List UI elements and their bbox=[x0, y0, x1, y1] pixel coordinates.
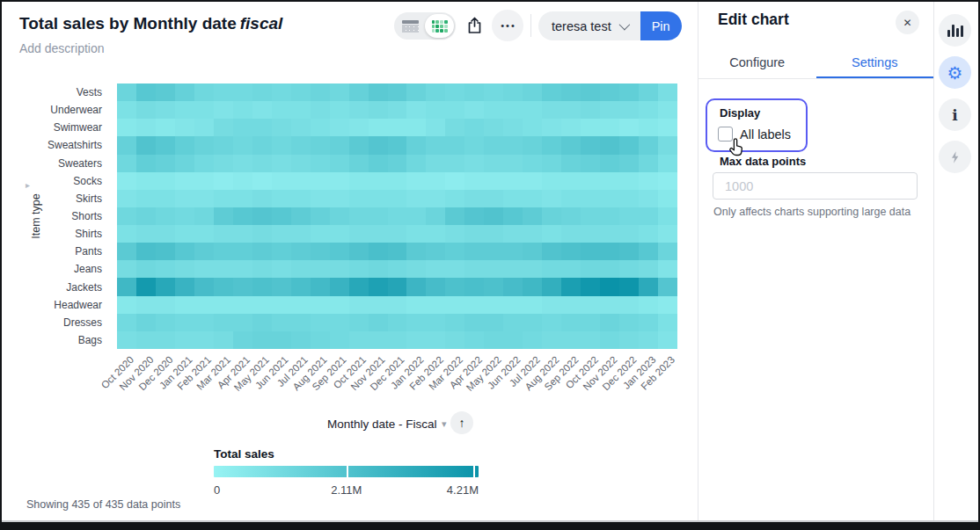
heatmap-cell[interactable] bbox=[272, 331, 291, 349]
heatmap-cell[interactable] bbox=[291, 119, 311, 136]
heatmap-cell[interactable] bbox=[175, 190, 194, 207]
heatmap-cell[interactable] bbox=[117, 83, 136, 101]
heatmap-cell[interactable] bbox=[369, 172, 388, 190]
heatmap-cell[interactable] bbox=[330, 278, 349, 295]
heatmap-cell[interactable] bbox=[581, 296, 600, 314]
heatmap-cell[interactable] bbox=[658, 207, 677, 225]
heatmap-cell[interactable] bbox=[233, 225, 252, 243]
heatmap-cell[interactable] bbox=[194, 260, 214, 278]
heatmap-cell[interactable] bbox=[639, 119, 658, 136]
heatmap-cell[interactable] bbox=[252, 314, 272, 331]
heatmap-cell[interactable] bbox=[214, 172, 233, 190]
heatmap-cell[interactable] bbox=[214, 314, 233, 331]
heatmap-cell[interactable] bbox=[581, 314, 600, 331]
heatmap-cell[interactable] bbox=[406, 136, 426, 154]
heatmap-cell[interactable] bbox=[406, 172, 426, 190]
heatmap-cell[interactable] bbox=[503, 136, 523, 154]
heatmap-cell[interactable] bbox=[619, 83, 639, 101]
heatmap-cell[interactable] bbox=[330, 172, 349, 190]
heatmap-cell[interactable] bbox=[561, 243, 581, 260]
heatmap-cell[interactable] bbox=[542, 225, 561, 243]
heatmap-cell[interactable] bbox=[311, 172, 330, 190]
heatmap-cell[interactable] bbox=[406, 83, 426, 101]
heatmap-cell[interactable] bbox=[542, 83, 561, 101]
heatmap-cell[interactable] bbox=[600, 172, 619, 190]
heatmap-cell[interactable] bbox=[619, 278, 639, 295]
heatmap-cell[interactable] bbox=[484, 225, 503, 243]
heatmap-cell[interactable] bbox=[658, 101, 677, 119]
heatmap-cell[interactable] bbox=[523, 190, 542, 207]
heatmap-cell[interactable] bbox=[214, 83, 233, 101]
heatmap-cell[interactable] bbox=[349, 331, 369, 349]
heatmap-cell[interactable] bbox=[369, 207, 388, 225]
heatmap-cell[interactable] bbox=[330, 207, 349, 225]
heatmap-cell[interactable] bbox=[561, 296, 581, 314]
heatmap-cell[interactable] bbox=[233, 136, 252, 154]
heatmap-cell[interactable] bbox=[291, 136, 311, 154]
heatmap-cell[interactable] bbox=[349, 136, 369, 154]
heatmap-cell[interactable] bbox=[523, 83, 542, 101]
heatmap-cell[interactable] bbox=[330, 243, 349, 260]
heatmap-cell[interactable] bbox=[349, 278, 369, 295]
heatmap-cell[interactable] bbox=[330, 101, 349, 119]
heatmap-cell[interactable] bbox=[194, 278, 214, 295]
pin-button[interactable]: Pin bbox=[640, 11, 682, 40]
heatmap-cell[interactable] bbox=[272, 260, 291, 278]
heatmap-cell[interactable] bbox=[175, 225, 194, 243]
heatmap-cell[interactable] bbox=[445, 331, 464, 349]
heatmap-cell[interactable] bbox=[639, 296, 658, 314]
heatmap-cell[interactable] bbox=[349, 296, 369, 314]
heatmap-cell[interactable] bbox=[369, 83, 388, 101]
heatmap-cell[interactable] bbox=[542, 331, 561, 349]
heatmap-cell[interactable] bbox=[388, 225, 407, 243]
heatmap-cell[interactable] bbox=[581, 172, 600, 190]
heatmap-cell[interactable] bbox=[311, 190, 330, 207]
info-panel-button[interactable]: i bbox=[939, 98, 971, 131]
heatmap-cell[interactable] bbox=[523, 278, 542, 295]
heatmap-cell[interactable] bbox=[484, 278, 503, 295]
heatmap-cell[interactable] bbox=[156, 172, 175, 190]
heatmap-cell[interactable] bbox=[581, 136, 600, 154]
heatmap-cell[interactable] bbox=[369, 101, 388, 119]
heatmap-cell[interactable] bbox=[175, 119, 194, 136]
heatmap-cell[interactable] bbox=[581, 278, 600, 295]
heatmap-cell[interactable] bbox=[581, 331, 600, 349]
heatmap-cell[interactable] bbox=[523, 331, 542, 349]
heatmap-cell[interactable] bbox=[214, 278, 233, 295]
heatmap-cell[interactable] bbox=[233, 190, 252, 207]
heatmap-cell[interactable] bbox=[639, 243, 658, 260]
heatmap-cell[interactable] bbox=[311, 225, 330, 243]
heatmap-cell[interactable] bbox=[175, 243, 194, 260]
heatmap-cell[interactable] bbox=[658, 331, 677, 349]
heatmap-cell[interactable] bbox=[214, 136, 233, 154]
heatmap-cell[interactable] bbox=[369, 260, 388, 278]
heatmap-cell[interactable] bbox=[542, 136, 561, 154]
heatmap-cell[interactable] bbox=[484, 155, 503, 172]
heatmap-cell[interactable] bbox=[349, 314, 369, 331]
heatmap-cell[interactable] bbox=[658, 243, 677, 260]
heatmap-cell[interactable] bbox=[600, 136, 619, 154]
heatmap-cell[interactable] bbox=[252, 119, 272, 136]
heatmap-cell[interactable] bbox=[117, 207, 136, 225]
heatmap-view-button[interactable] bbox=[425, 14, 454, 38]
heatmap-cell[interactable] bbox=[503, 119, 523, 136]
heatmap-cell[interactable] bbox=[117, 155, 136, 172]
heatmap-cell[interactable] bbox=[426, 207, 445, 225]
heatmap-cell[interactable] bbox=[291, 155, 311, 172]
heatmap-cell[interactable] bbox=[658, 278, 677, 295]
heatmap-cell[interactable] bbox=[272, 278, 291, 295]
heatmap-cell[interactable] bbox=[464, 278, 484, 295]
heatmap-cell[interactable] bbox=[349, 83, 369, 101]
heatmap-cell[interactable] bbox=[291, 243, 311, 260]
heatmap-cell[interactable] bbox=[214, 155, 233, 172]
heatmap-cell[interactable] bbox=[156, 260, 175, 278]
heatmap-cell[interactable] bbox=[349, 260, 369, 278]
heatmap-cell[interactable] bbox=[406, 331, 426, 349]
heatmap-cell[interactable] bbox=[542, 243, 561, 260]
heatmap-cell[interactable] bbox=[445, 155, 464, 172]
heatmap-cell[interactable] bbox=[639, 207, 658, 225]
heatmap-cell[interactable] bbox=[619, 260, 639, 278]
settings-panel-button[interactable]: ⚙ bbox=[939, 56, 971, 89]
heatmap-cell[interactable] bbox=[388, 155, 407, 172]
heatmap-cell[interactable] bbox=[464, 119, 484, 136]
